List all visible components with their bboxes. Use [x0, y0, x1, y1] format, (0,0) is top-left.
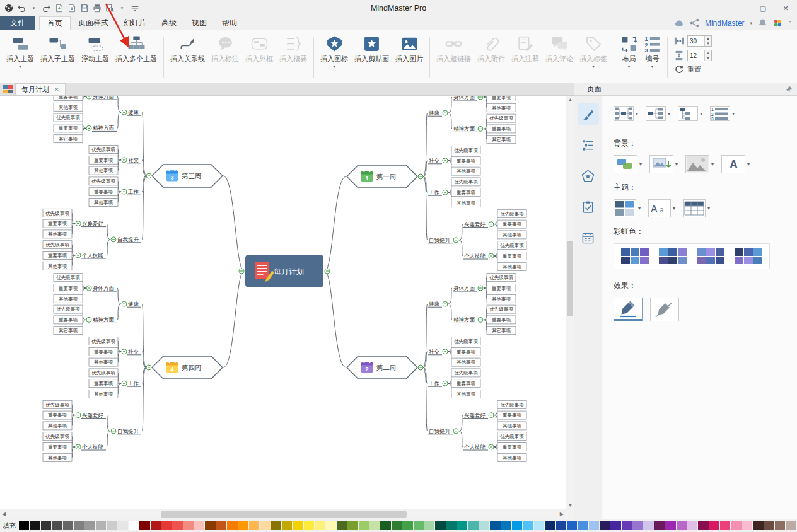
category-topic-label[interactable]: 自我提升 [429, 237, 451, 243]
tab-page-style[interactable]: 页面样式 [71, 16, 116, 30]
week-topic-label[interactable]: 第三周 [182, 172, 202, 180]
subcategory-topic-label[interactable]: 精神方面 [453, 125, 475, 132]
color-swatch[interactable] [249, 521, 259, 530]
color-swatch[interactable] [720, 521, 730, 530]
background-option-2[interactable]: ▾ [649, 155, 678, 173]
reset-button[interactable]: 重置 [674, 64, 701, 74]
mindmap-leaf-node[interactable]: 其他事项 [43, 453, 72, 461]
close-button[interactable]: ✕ [774, 0, 797, 16]
vertical-scroll-thumb[interactable] [567, 241, 573, 316]
promotion-icon[interactable] [773, 18, 782, 28]
chevron-down-icon[interactable]: ▾ [732, 111, 735, 117]
color-swatch[interactable] [610, 521, 620, 530]
redo-icon[interactable] [40, 3, 52, 14]
chevron-down-icon[interactable]: ▾ [628, 65, 631, 69]
color-swatch[interactable] [304, 521, 314, 530]
mindmap-leaf-node[interactable]: 重要事项 [43, 443, 72, 451]
color-swatch[interactable] [260, 521, 270, 530]
chevron-down-icon[interactable]: ▾ [19, 65, 21, 69]
color-swatch[interactable] [315, 521, 325, 530]
mindmap-leaf-node[interactable]: 优先级事项 [497, 400, 526, 408]
collapse-icon[interactable] [489, 413, 494, 418]
collapse-icon[interactable] [122, 189, 127, 194]
collapse-icon[interactable] [443, 110, 448, 115]
outline-icon[interactable] [578, 134, 599, 156]
color-swatch[interactable] [380, 521, 390, 530]
save-icon[interactable] [78, 3, 90, 14]
mindmap-leaf-node[interactable]: 优先级事项 [451, 178, 480, 186]
mindmap-leaf-node[interactable]: 重要事项 [89, 379, 118, 388]
color-swatch[interactable] [600, 521, 610, 530]
color-swatch[interactable] [337, 521, 347, 530]
chevron-down-icon[interactable]: ▾ [638, 205, 641, 211]
mindmap-leaf-node[interactable]: 其他事项 [487, 294, 516, 303]
layout-button[interactable]: 布局▾ [617, 33, 641, 71]
mindmap-leaf-node[interactable]: 重要事项 [54, 124, 83, 132]
color-swatch[interactable] [479, 521, 489, 530]
color-swatch[interactable] [435, 521, 445, 530]
collapse-icon[interactable] [122, 381, 127, 386]
mindmap-leaf-node[interactable]: 优先级事项 [89, 337, 118, 345]
chevron-down-icon[interactable]: ▾ [747, 161, 750, 167]
collapse-icon[interactable] [86, 96, 91, 99]
chevron-down-icon[interactable]: ▾ [711, 161, 714, 167]
chevron-down-icon[interactable]: ▾ [651, 65, 654, 69]
mindmap-leaf-node[interactable]: 其他事项 [54, 103, 83, 111]
color-swatch[interactable] [414, 521, 424, 530]
topic-button[interactable]: 插入主题▾ [3, 33, 37, 71]
color-swatch[interactable] [687, 521, 697, 530]
mindmap-leaf-node[interactable]: 重要事项 [451, 379, 480, 388]
category-topic-label[interactable]: 工作 [428, 380, 439, 386]
background-option-3[interactable]: ▾ [685, 155, 714, 173]
document-tab[interactable]: 每月计划 ✕ [15, 83, 66, 95]
central-topic-label[interactable]: 每月计划 [274, 267, 304, 276]
picture-button[interactable]: 插入图片 [392, 33, 426, 66]
mindmap-leaf-node[interactable]: 重要事项 [451, 188, 480, 197]
category-topic-label[interactable]: 社交 [128, 349, 139, 355]
color-swatch[interactable] [556, 521, 566, 530]
mindmap-canvas[interactable]: 健康身体方面优先级事项重要事项其他事项精神方面优先级事项重要事项其它事项社交优先… [0, 96, 566, 509]
mark-button[interactable]: 插入图标▾ [317, 33, 351, 71]
collapse-ribbon-icon[interactable]: ⌃ [788, 21, 792, 26]
effect-option-1[interactable] [614, 298, 643, 321]
category-topic-label[interactable]: 自我提升 [117, 236, 139, 243]
collapse-icon[interactable] [453, 429, 458, 434]
collapse-icon[interactable] [86, 286, 91, 291]
subcategory-topic-label[interactable]: 身体方面 [93, 285, 115, 291]
week-topic[interactable]: 3第三周 [152, 165, 223, 187]
mindmap-leaf-node[interactable]: 重要事项 [487, 316, 516, 324]
mindmap-leaf-node[interactable]: 其他事项 [43, 422, 72, 430]
mindmap-leaf-node[interactable]: 重要事项 [43, 252, 72, 260]
mindmap-leaf-node[interactable]: 优先级事项 [497, 432, 526, 441]
color-swatch[interactable] [589, 521, 599, 530]
chevron-down-icon[interactable]: ▾ [636, 111, 638, 117]
category-topic-label[interactable]: 社交 [429, 349, 440, 355]
mindmap-leaf-node[interactable]: 其他事项 [89, 358, 118, 366]
rainbow-palette-4[interactable] [735, 248, 762, 264]
mindmap-leaf-node[interactable]: 优先级事项 [451, 369, 480, 377]
v-spacing-down-icon[interactable]: ▼ [705, 55, 711, 61]
collapse-icon[interactable] [443, 349, 448, 354]
category-topic-label[interactable]: 社交 [429, 158, 440, 164]
mindmap-leaf-node[interactable]: 优先级事项 [497, 209, 526, 217]
mindmap-leaf-node[interactable]: 优先级事项 [43, 432, 72, 441]
color-swatch[interactable] [392, 521, 402, 530]
color-swatch[interactable] [512, 521, 522, 530]
mindmap-leaf-node[interactable]: 其他事项 [451, 390, 480, 398]
color-swatch[interactable] [238, 521, 248, 530]
color-swatch[interactable] [402, 521, 412, 530]
category-topic-label[interactable]: 健康 [429, 110, 440, 116]
mindmap-leaf-node[interactable]: 重要事项 [54, 284, 83, 292]
mindmap-leaf-node[interactable]: 优先级事项 [89, 177, 118, 185]
mindmap-leaf-node[interactable]: 重要事项 [89, 188, 118, 196]
mindmap-leaf-node[interactable]: 其他事项 [497, 453, 526, 461]
collapse-icon[interactable] [489, 444, 494, 449]
collapse-icon[interactable] [86, 317, 91, 322]
theme-option-1[interactable]: ▾ [614, 199, 641, 217]
subcategory-topic-label[interactable]: 兴趣爱好 [82, 221, 103, 227]
mindmap-leaf-node[interactable]: 优先级事项 [451, 146, 480, 154]
tab-slideshow[interactable]: 幻灯片 [116, 16, 154, 30]
background-option-4[interactable]: A▾ [721, 155, 750, 173]
collapse-icon[interactable] [443, 381, 448, 386]
mindmap-leaf-node[interactable]: 其他事项 [497, 231, 526, 239]
